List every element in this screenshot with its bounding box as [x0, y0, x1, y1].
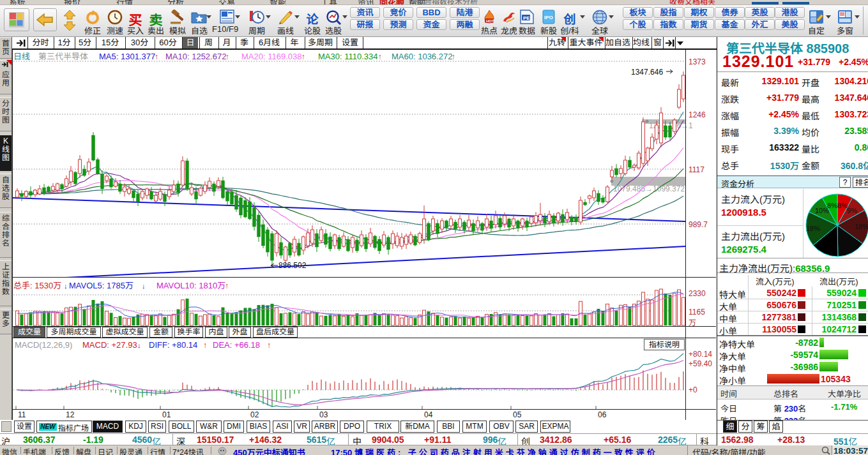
svg-text:MA10: 1252.672: MA10: 1252.672: [165, 52, 226, 61]
svg-text:↑: ↑: [225, 52, 229, 61]
svg-text:MA30: 1110.334: MA30: 1110.334: [318, 52, 377, 61]
svg-text:↓: ↓: [64, 282, 68, 290]
svg-text:↑: ↑: [203, 341, 207, 350]
svg-text:MA20: 1169.038: MA20: 1169.038: [241, 52, 301, 61]
svg-text:+80.14: +80.14: [689, 350, 712, 359]
svg-text:1373: 1373: [689, 57, 706, 66]
svg-text:1246: 1246: [689, 110, 706, 119]
svg-text:+59.40: +59.40: [689, 359, 712, 368]
svg-text:03: 03: [319, 410, 328, 419]
svg-text:MACD: +27.93: MACD: +27.93: [82, 340, 137, 350]
svg-text:886.502: 886.502: [278, 261, 307, 270]
svg-text:↑: ↑: [155, 52, 158, 61]
svg-text:2330: 2330: [689, 289, 706, 298]
svg-text:万: 万: [689, 318, 696, 327]
svg-text:↑: ↑: [301, 52, 305, 61]
svg-text:总手: 1530万: 总手: 1530万: [13, 281, 61, 290]
svg-text:18%: 18%: [855, 223, 868, 230]
svg-text:1079.485→1099.372: 1079.485→1099.372: [613, 184, 685, 193]
svg-text:MA60: 1036.272: MA60: 1036.272: [392, 52, 452, 61]
svg-text:DIFF: +80.14: DIFF: +80.14: [149, 340, 197, 350]
svg-text:PE: PE: [523, 15, 530, 21]
svg-text:1165: 1165: [689, 308, 705, 317]
svg-text:11: 11: [18, 410, 26, 419]
svg-text:12: 12: [66, 410, 75, 419]
svg-text:↑: ↑: [225, 281, 229, 290]
svg-text:MACD(12,26,9): MACD(12,26,9): [15, 340, 72, 350]
svg-text:9%: 9%: [847, 207, 857, 214]
svg-text:1347.646: 1347.646: [631, 68, 663, 77]
svg-text:04: 04: [424, 410, 433, 419]
svg-text:8%: 8%: [837, 202, 848, 209]
svg-text:1117: 1117: [689, 165, 704, 174]
svg-text:MAVOL10: 1810万: MAVOL10: 1810万: [156, 281, 225, 290]
svg-text:↑: ↑: [378, 52, 382, 61]
svg-text:01: 01: [162, 410, 171, 419]
svg-text:+0: +0: [689, 385, 697, 394]
svg-text:02: 02: [250, 410, 259, 419]
svg-text:↑: ↑: [267, 341, 271, 350]
svg-text:06: 06: [598, 410, 607, 419]
svg-text:HOT: HOT: [486, 19, 494, 23]
svg-text:DEA: +66.18: DEA: +66.18: [213, 340, 260, 350]
svg-text:989.7: 989.7: [689, 220, 708, 229]
svg-text:8%: 8%: [827, 202, 837, 209]
svg-text:05: 05: [513, 410, 522, 419]
svg-text:MAVOL5: 1785万: MAVOL5: 1785万: [69, 281, 133, 290]
svg-text:↓: ↓: [137, 341, 141, 349]
svg-text:↑: ↑: [452, 52, 455, 61]
svg-text:↓: ↓: [142, 282, 146, 290]
svg-text:18%: 18%: [806, 225, 820, 232]
svg-text:日线: 日线: [13, 52, 30, 61]
svg-text:IPO: IPO: [544, 15, 553, 20]
svg-text:第三代半导体: 第三代半导体: [38, 52, 88, 61]
svg-text:MA5: 1301.377: MA5: 1301.377: [99, 52, 155, 61]
